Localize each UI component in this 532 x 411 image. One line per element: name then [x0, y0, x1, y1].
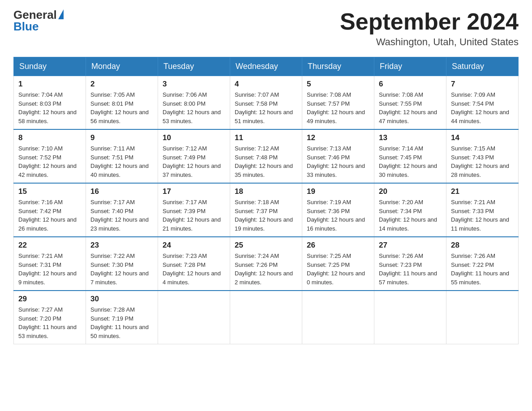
table-row: 8 Sunrise: 7:10 AM Sunset: 7:52 PM Dayli…: [14, 129, 86, 183]
table-row: 27 Sunrise: 7:26 AM Sunset: 7:23 PM Dayl…: [374, 237, 446, 291]
day-info: Sunrise: 7:28 AM Sunset: 7:19 PM Dayligh…: [90, 305, 153, 340]
day-number: 4: [235, 80, 297, 89]
table-row: [302, 291, 374, 344]
day-info: Sunrise: 7:16 AM Sunset: 7:42 PM Dayligh…: [18, 198, 81, 233]
day-number: 13: [379, 133, 442, 142]
day-number: 12: [307, 133, 369, 142]
day-number: 3: [163, 80, 225, 89]
logo: General Blue: [13, 9, 64, 32]
day-number: 23: [90, 241, 153, 250]
day-info: Sunrise: 7:17 AM Sunset: 7:40 PM Dayligh…: [90, 198, 153, 233]
day-number: 19: [307, 187, 369, 196]
logo-blue-text: Blue: [13, 21, 39, 32]
table-row: 12 Sunrise: 7:13 AM Sunset: 7:46 PM Dayl…: [302, 129, 374, 183]
day-number: 17: [163, 187, 225, 196]
table-row: 11 Sunrise: 7:12 AM Sunset: 7:48 PM Dayl…: [230, 129, 302, 183]
table-row: 9 Sunrise: 7:11 AM Sunset: 7:51 PM Dayli…: [86, 129, 158, 183]
header-friday: Friday: [374, 57, 446, 76]
table-row: 29 Sunrise: 7:27 AM Sunset: 7:20 PM Dayl…: [14, 291, 86, 344]
day-info: Sunrise: 7:27 AM Sunset: 7:20 PM Dayligh…: [18, 305, 81, 340]
table-row: 13 Sunrise: 7:14 AM Sunset: 7:45 PM Dayl…: [374, 129, 446, 183]
header-thursday: Thursday: [302, 57, 374, 76]
day-number: 1: [18, 80, 81, 89]
table-row: 19 Sunrise: 7:19 AM Sunset: 7:36 PM Dayl…: [302, 183, 374, 237]
table-row: 1 Sunrise: 7:04 AM Sunset: 8:03 PM Dayli…: [14, 76, 86, 130]
day-number: 20: [379, 187, 442, 196]
day-number: 14: [451, 133, 514, 142]
table-row: 3 Sunrise: 7:06 AM Sunset: 8:00 PM Dayli…: [158, 76, 230, 130]
day-info: Sunrise: 7:15 AM Sunset: 7:43 PM Dayligh…: [451, 144, 514, 179]
day-info: Sunrise: 7:22 AM Sunset: 7:30 PM Dayligh…: [90, 252, 153, 287]
table-row: 7 Sunrise: 7:09 AM Sunset: 7:54 PM Dayli…: [446, 76, 519, 130]
table-row: [374, 291, 446, 344]
table-row: [446, 291, 519, 344]
page-header: General Blue September 2024 Washington, …: [13, 9, 519, 48]
day-info: Sunrise: 7:10 AM Sunset: 7:52 PM Dayligh…: [18, 144, 81, 179]
day-info: Sunrise: 7:24 AM Sunset: 7:26 PM Dayligh…: [235, 252, 297, 287]
day-number: 11: [235, 133, 297, 142]
day-number: 2: [90, 80, 153, 89]
calendar-week-row: 8 Sunrise: 7:10 AM Sunset: 7:52 PM Dayli…: [14, 129, 519, 183]
table-row: 23 Sunrise: 7:22 AM Sunset: 7:30 PM Dayl…: [86, 237, 158, 291]
day-number: 9: [90, 133, 153, 142]
calendar-week-row: 29 Sunrise: 7:27 AM Sunset: 7:20 PM Dayl…: [14, 291, 519, 344]
day-info: Sunrise: 7:04 AM Sunset: 8:03 PM Dayligh…: [18, 90, 81, 125]
table-row: 26 Sunrise: 7:25 AM Sunset: 7:25 PM Dayl…: [302, 237, 374, 291]
day-info: Sunrise: 7:13 AM Sunset: 7:46 PM Dayligh…: [307, 144, 369, 179]
day-info: Sunrise: 7:12 AM Sunset: 7:48 PM Dayligh…: [235, 144, 297, 179]
month-title: September 2024: [340, 9, 519, 34]
title-section: September 2024 Washington, Utah, United …: [340, 9, 519, 48]
day-number: 18: [235, 187, 297, 196]
table-row: 25 Sunrise: 7:24 AM Sunset: 7:26 PM Dayl…: [230, 237, 302, 291]
table-row: [230, 291, 302, 344]
day-number: 15: [18, 187, 81, 196]
day-info: Sunrise: 7:21 AM Sunset: 7:33 PM Dayligh…: [451, 198, 514, 233]
header-saturday: Saturday: [446, 57, 519, 76]
day-info: Sunrise: 7:08 AM Sunset: 7:55 PM Dayligh…: [379, 90, 442, 125]
table-row: 28 Sunrise: 7:26 AM Sunset: 7:22 PM Dayl…: [446, 237, 519, 291]
day-info: Sunrise: 7:12 AM Sunset: 7:49 PM Dayligh…: [163, 144, 225, 179]
table-row: 24 Sunrise: 7:23 AM Sunset: 7:28 PM Dayl…: [158, 237, 230, 291]
day-info: Sunrise: 7:09 AM Sunset: 7:54 PM Dayligh…: [451, 90, 514, 125]
day-info: Sunrise: 7:23 AM Sunset: 7:28 PM Dayligh…: [163, 252, 225, 287]
day-number: 29: [18, 295, 81, 304]
calendar-week-row: 22 Sunrise: 7:21 AM Sunset: 7:31 PM Dayl…: [14, 237, 519, 291]
table-row: 18 Sunrise: 7:18 AM Sunset: 7:37 PM Dayl…: [230, 183, 302, 237]
table-row: [158, 291, 230, 344]
day-info: Sunrise: 7:26 AM Sunset: 7:23 PM Dayligh…: [379, 252, 442, 287]
header-sunday: Sunday: [14, 57, 86, 76]
day-number: 5: [307, 80, 369, 89]
day-info: Sunrise: 7:26 AM Sunset: 7:22 PM Dayligh…: [451, 252, 514, 287]
day-number: 21: [451, 187, 514, 196]
day-info: Sunrise: 7:18 AM Sunset: 7:37 PM Dayligh…: [235, 198, 297, 233]
logo-triangle-icon: [58, 9, 64, 19]
table-row: 6 Sunrise: 7:08 AM Sunset: 7:55 PM Dayli…: [374, 76, 446, 130]
day-info: Sunrise: 7:17 AM Sunset: 7:39 PM Dayligh…: [163, 198, 225, 233]
table-row: 5 Sunrise: 7:08 AM Sunset: 7:57 PM Dayli…: [302, 76, 374, 130]
table-row: 21 Sunrise: 7:21 AM Sunset: 7:33 PM Dayl…: [446, 183, 519, 237]
table-row: 22 Sunrise: 7:21 AM Sunset: 7:31 PM Dayl…: [14, 237, 86, 291]
day-number: 26: [307, 241, 369, 250]
table-row: 16 Sunrise: 7:17 AM Sunset: 7:40 PM Dayl…: [86, 183, 158, 237]
table-row: 30 Sunrise: 7:28 AM Sunset: 7:19 PM Dayl…: [86, 291, 158, 344]
day-number: 28: [451, 241, 514, 250]
table-row: 2 Sunrise: 7:05 AM Sunset: 8:01 PM Dayli…: [86, 76, 158, 130]
day-info: Sunrise: 7:21 AM Sunset: 7:31 PM Dayligh…: [18, 252, 81, 287]
day-number: 27: [379, 241, 442, 250]
day-info: Sunrise: 7:14 AM Sunset: 7:45 PM Dayligh…: [379, 144, 442, 179]
calendar-header-row: Sunday Monday Tuesday Wednesday Thursday…: [14, 57, 519, 76]
header-tuesday: Tuesday: [158, 57, 230, 76]
header-monday: Monday: [86, 57, 158, 76]
table-row: 20 Sunrise: 7:20 AM Sunset: 7:34 PM Dayl…: [374, 183, 446, 237]
day-info: Sunrise: 7:05 AM Sunset: 8:01 PM Dayligh…: [90, 90, 153, 125]
day-number: 7: [451, 80, 514, 89]
header-wednesday: Wednesday: [230, 57, 302, 76]
day-info: Sunrise: 7:08 AM Sunset: 7:57 PM Dayligh…: [307, 90, 369, 125]
day-number: 22: [18, 241, 81, 250]
table-row: 10 Sunrise: 7:12 AM Sunset: 7:49 PM Dayl…: [158, 129, 230, 183]
table-row: 15 Sunrise: 7:16 AM Sunset: 7:42 PM Dayl…: [14, 183, 86, 237]
table-row: 4 Sunrise: 7:07 AM Sunset: 7:58 PM Dayli…: [230, 76, 302, 130]
day-number: 6: [379, 80, 442, 89]
day-info: Sunrise: 7:06 AM Sunset: 8:00 PM Dayligh…: [163, 90, 225, 125]
day-info: Sunrise: 7:07 AM Sunset: 7:58 PM Dayligh…: [235, 90, 297, 125]
